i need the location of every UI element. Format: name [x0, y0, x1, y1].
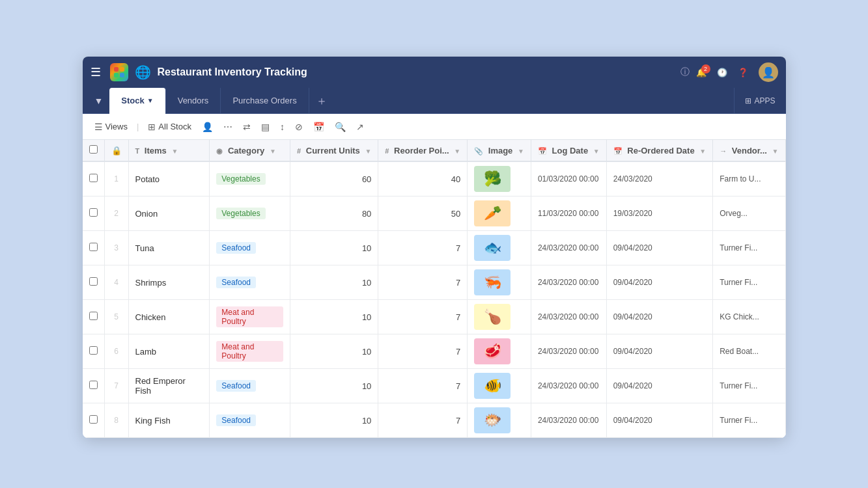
reordered-date-sort-icon[interactable]: ▼ — [699, 148, 706, 155]
reordered-date-cell[interactable]: 09/04/2020 — [606, 300, 712, 334]
log-date-sort-icon[interactable]: ▼ — [593, 148, 600, 155]
image-cell[interactable]: 🥕 — [468, 197, 531, 231]
current-units-cell[interactable]: 10 — [290, 300, 378, 334]
image-cell[interactable]: 🥩 — [468, 334, 531, 369]
item-name-cell[interactable]: Tuna — [128, 231, 210, 265]
items-th[interactable]: T Items ▼ — [128, 140, 210, 161]
vendor-cell[interactable]: Turner Fi... — [713, 369, 785, 403]
item-name-cell[interactable]: King Fish — [128, 403, 210, 438]
select-all-checkbox[interactable] — [89, 145, 98, 154]
clear-btn[interactable]: ⊘ — [291, 119, 307, 135]
all-stock-btn[interactable]: ⊞ All Stock — [144, 119, 195, 135]
log-date-cell[interactable]: 24/03/2020 00:00 — [531, 265, 606, 300]
reorder-point-cell[interactable]: 7 — [378, 403, 468, 438]
log-date-cell[interactable]: 24/03/2020 00:00 — [531, 403, 606, 438]
reordered-date-cell[interactable]: 19/03/2020 — [606, 197, 712, 231]
reorder-point-th[interactable]: # Reorder Poi... ▼ — [378, 140, 468, 161]
vendor-cell[interactable]: Farm to U... — [713, 161, 785, 197]
item-name-cell[interactable]: Chicken — [128, 300, 210, 334]
current-units-cell[interactable]: 10 — [290, 403, 378, 438]
row-checkbox[interactable] — [89, 277, 98, 286]
item-name-cell[interactable]: Red Emperor Fish — [128, 369, 210, 403]
category-cell[interactable]: Vegetables — [210, 197, 290, 231]
vendor-cell[interactable]: Turner Fi... — [713, 231, 785, 265]
vendor-cell[interactable]: Orveg... — [713, 197, 785, 231]
row-checkbox-cell[interactable] — [83, 197, 105, 231]
image-sort-icon[interactable]: ▼ — [518, 148, 524, 155]
items-sort-icon[interactable]: ▼ — [171, 148, 178, 155]
category-cell[interactable]: Seafood — [210, 231, 290, 265]
nav-collapse-icon[interactable]: ▼ — [88, 96, 110, 106]
add-tab-button[interactable]: ＋ — [309, 93, 334, 109]
current-units-th[interactable]: # Current Units ▼ — [290, 140, 378, 161]
swap-btn[interactable]: ⇄ — [239, 119, 255, 135]
row-checkbox-cell[interactable] — [83, 300, 105, 334]
log-date-cell[interactable]: 24/03/2020 00:00 — [531, 300, 606, 334]
help-icon[interactable]: ❓ — [738, 68, 748, 77]
item-name-cell[interactable]: Onion — [128, 197, 210, 231]
reordered-date-cell[interactable]: 09/04/2020 — [606, 334, 712, 369]
vendor-th[interactable]: → Vendor... ▼ — [713, 140, 785, 161]
category-cell[interactable]: Seafood — [210, 403, 290, 438]
row-checkbox[interactable] — [89, 208, 98, 217]
category-sort-icon[interactable]: ▼ — [270, 148, 276, 155]
vendor-sort-icon[interactable]: ▼ — [772, 148, 779, 155]
category-cell[interactable]: Vegetables — [210, 161, 290, 197]
table-row[interactable]: 1 Potato Vegetables 60 40 🥦 01/03/2020 0… — [83, 161, 786, 197]
vendor-cell[interactable]: KG Chick... — [713, 300, 785, 334]
table-row[interactable]: 7 Red Emperor Fish Seafood 10 7 🐠 24/03/… — [83, 369, 786, 403]
table-row[interactable]: 4 Shrimps Seafood 10 7 🦐 24/03/2020 00:0… — [83, 265, 786, 300]
reorder-point-cell[interactable]: 7 — [378, 300, 468, 334]
row-checkbox[interactable] — [89, 381, 98, 389]
image-cell[interactable]: 🍗 — [468, 300, 531, 334]
reordered-date-th[interactable]: 📅 Re-Ordered Date ▼ — [606, 140, 712, 161]
apps-button[interactable]: ⊞ APPS — [734, 88, 785, 114]
reorder-point-cell[interactable]: 7 — [378, 265, 468, 300]
row-checkbox[interactable] — [89, 415, 98, 424]
image-cell[interactable]: 🦐 — [468, 265, 531, 300]
reordered-date-cell[interactable]: 09/04/2020 — [606, 231, 712, 265]
current-units-cell[interactable]: 10 — [290, 265, 378, 300]
reorder-point-cell[interactable]: 50 — [378, 197, 468, 231]
info-icon[interactable]: ⓘ — [680, 66, 690, 78]
image-cell[interactable]: 🐟 — [468, 231, 531, 265]
vendor-cell[interactable]: Turner Fi... — [713, 265, 785, 300]
row-checkbox[interactable] — [89, 346, 98, 355]
row-checkbox-cell[interactable] — [83, 231, 105, 265]
table-row[interactable]: 2 Onion Vegetables 80 50 🥕 11/03/2020 00… — [83, 197, 786, 231]
reorder-point-cell[interactable]: 7 — [378, 334, 468, 369]
row-checkbox-cell[interactable] — [83, 265, 105, 300]
export-btn[interactable]: ↗ — [352, 119, 368, 135]
category-cell[interactable]: Meat and Poultry — [210, 334, 290, 369]
hamburger-icon[interactable]: ☰ — [91, 65, 101, 79]
row-checkbox-cell[interactable] — [83, 369, 105, 403]
reorder-point-cell[interactable]: 7 — [378, 369, 468, 403]
log-date-cell[interactable]: 24/03/2020 00:00 — [531, 231, 606, 265]
history-icon[interactable]: 🕐 — [717, 68, 727, 77]
table-row[interactable]: 8 King Fish Seafood 10 7 🐡 24/03/2020 00… — [83, 403, 786, 438]
current-units-cell[interactable]: 10 — [290, 231, 378, 265]
current-units-sort-icon[interactable]: ▼ — [365, 148, 371, 155]
nav-tab-purchase-orders[interactable]: Purchase Orders — [221, 88, 309, 114]
category-cell[interactable]: Seafood — [210, 369, 290, 403]
avatar[interactable]: 👤 — [759, 62, 778, 82]
select-all-th[interactable] — [83, 140, 105, 161]
image-cell[interactable]: 🥦 — [468, 161, 531, 197]
toolbar-views-btn[interactable]: ☰ Views — [91, 119, 132, 135]
filter-btn[interactable]: ↕ — [276, 119, 288, 135]
image-cell[interactable]: 🐡 — [468, 403, 531, 438]
log-date-cell[interactable]: 01/03/2020 00:00 — [531, 161, 606, 197]
log-date-cell[interactable]: 24/03/2020 00:00 — [531, 369, 606, 403]
calendar-btn[interactable]: 📅 — [309, 119, 328, 135]
item-name-cell[interactable]: Shrimps — [128, 265, 210, 300]
vendor-cell[interactable]: Turner Fi... — [713, 403, 785, 438]
category-th[interactable]: ◉ Category ▼ — [210, 140, 290, 161]
current-units-cell[interactable]: 60 — [290, 161, 378, 197]
reordered-date-cell[interactable]: 09/04/2020 — [606, 265, 712, 300]
current-units-cell[interactable]: 10 — [290, 334, 378, 369]
item-name-cell[interactable]: Potato — [128, 161, 210, 197]
row-checkbox[interactable] — [89, 312, 98, 320]
row-checkbox[interactable] — [89, 174, 98, 182]
vendor-cell[interactable]: Red Boat... — [713, 334, 785, 369]
reordered-date-cell[interactable]: 24/03/2020 — [606, 161, 712, 197]
